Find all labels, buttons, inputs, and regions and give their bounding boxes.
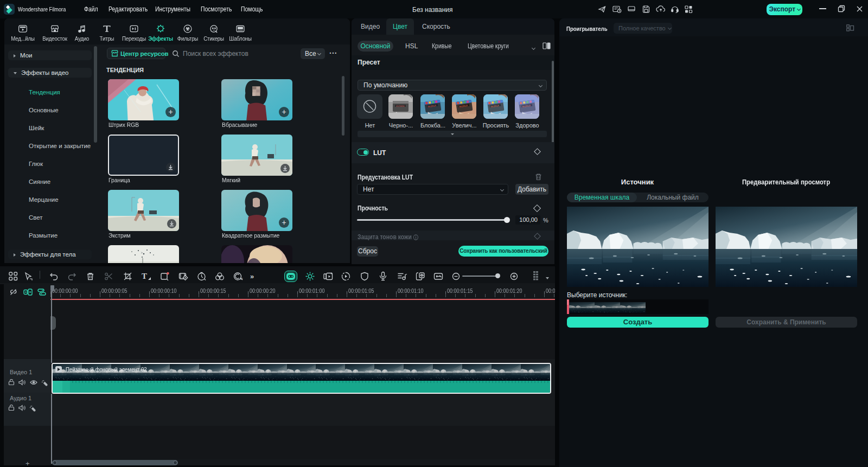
svg-text:AI: AI <box>240 277 243 280</box>
svg-text:0123456: 0123456 <box>396 105 405 107</box>
